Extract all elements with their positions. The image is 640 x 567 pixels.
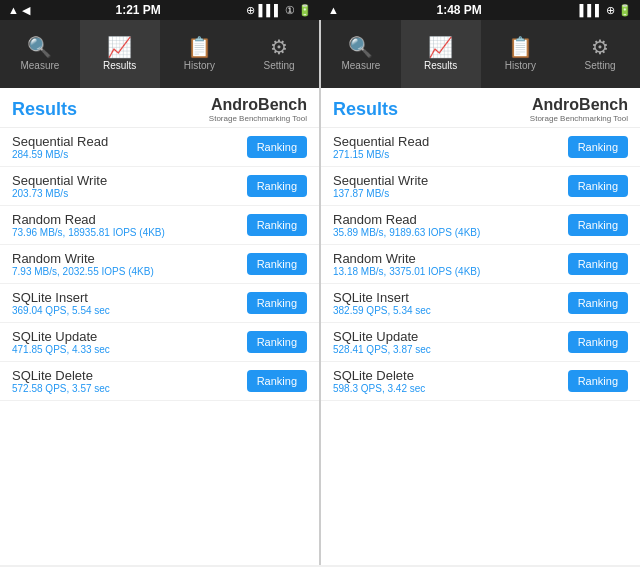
left-name-3: Random Write <box>12 251 154 266</box>
status-right-icons-right: ▌▌▌ ⊕ 🔋 <box>580 4 633 17</box>
right-brand: AndroBench Storage Benchmarking Tool <box>530 96 628 123</box>
left-value-6: 572.58 QPS, 3.57 sec <box>12 383 110 394</box>
right-tab-setting[interactable]: ⚙ Setting <box>560 20 640 88</box>
left-tab-history[interactable]: 📋 History <box>160 20 240 88</box>
right-ranking-btn-6[interactable]: Ranking <box>568 370 628 392</box>
status-right-icons-left: ⊕ ▌▌▌ ① 🔋 <box>246 4 312 17</box>
left-info-3: Random Write 7.93 MB/s, 2032.55 IOPS (4K… <box>12 251 154 277</box>
results-icon-left: 📈 <box>107 37 132 57</box>
right-value-6: 598.3 QPS, 3.42 sec <box>333 383 425 394</box>
right-value-0: 271.15 MB/s <box>333 149 429 160</box>
status-bar-left: ▲ ◀ 1:21 PM ⊕ ▌▌▌ ① 🔋 <box>0 0 320 20</box>
left-tab-results[interactable]: 📈 Results <box>80 20 160 88</box>
left-results-header: Results AndroBench Storage Benchmarking … <box>0 88 319 128</box>
results-icon-right: 📈 <box>428 37 453 57</box>
right-name-0: Sequential Read <box>333 134 429 149</box>
right-info-6: SQLite Delete 598.3 QPS, 3.42 sec <box>333 368 425 394</box>
history-label-left: History <box>184 60 215 71</box>
left-ranking-btn-3[interactable]: Ranking <box>247 253 307 275</box>
left-info-1: Sequential Write 203.73 MB/s <box>12 173 107 199</box>
right-value-2: 35.89 MB/s, 9189.63 IOPS (4KB) <box>333 227 480 238</box>
right-info-4: SQLite Insert 382.59 QPS, 5.34 sec <box>333 290 431 316</box>
left-name-4: SQLite Insert <box>12 290 110 305</box>
left-value-5: 471.85 QPS, 4.33 sec <box>12 344 110 355</box>
left-value-0: 284.59 MB/s <box>12 149 108 160</box>
dual-panels: 🔍 Measure 📈 Results 📋 History ⚙ Setting <box>0 20 640 565</box>
left-ranking-btn-2[interactable]: Ranking <box>247 214 307 236</box>
left-name-6: SQLite Delete <box>12 368 110 383</box>
right-ranking-btn-0[interactable]: Ranking <box>568 136 628 158</box>
results-label-left: Results <box>103 60 136 71</box>
right-brand-name: AndroBench <box>530 96 628 114</box>
status-bars: ▲ ◀ 1:21 PM ⊕ ▌▌▌ ① 🔋 ▲ 1:48 PM ▌▌▌ ⊕ 🔋 <box>0 0 640 20</box>
right-panel: 🔍 Measure 📈 Results 📋 History ⚙ Setting <box>321 20 640 565</box>
right-row-2: Random Read 35.89 MB/s, 9189.63 IOPS (4K… <box>321 206 640 245</box>
right-tab-history[interactable]: 📋 History <box>481 20 561 88</box>
left-content: Results AndroBench Storage Benchmarking … <box>0 88 319 565</box>
right-tab-results[interactable]: 📈 Results <box>401 20 481 88</box>
left-row-4: SQLite Insert 369.04 QPS, 5.54 sec Ranki… <box>0 284 319 323</box>
right-tab-measure[interactable]: 🔍 Measure <box>321 20 401 88</box>
left-ranking-btn-4[interactable]: Ranking <box>247 292 307 314</box>
right-row-1: Sequential Write 137.87 MB/s Ranking <box>321 167 640 206</box>
status-time-left: 1:21 PM <box>116 3 161 17</box>
right-name-5: SQLite Update <box>333 329 431 344</box>
left-row-5: SQLite Update 471.85 QPS, 4.33 sec Ranki… <box>0 323 319 362</box>
measure-icon-left: 🔍 <box>27 37 52 57</box>
right-info-2: Random Read 35.89 MB/s, 9189.63 IOPS (4K… <box>333 212 480 238</box>
left-value-2: 73.96 MB/s, 18935.81 IOPS (4KB) <box>12 227 165 238</box>
measure-icon-right: 🔍 <box>348 37 373 57</box>
right-name-4: SQLite Insert <box>333 290 431 305</box>
left-name-5: SQLite Update <box>12 329 110 344</box>
left-info-6: SQLite Delete 572.58 QPS, 3.57 sec <box>12 368 110 394</box>
right-ranking-btn-4[interactable]: Ranking <box>568 292 628 314</box>
setting-label-right: Setting <box>585 60 616 71</box>
left-ranking-btn-0[interactable]: Ranking <box>247 136 307 158</box>
left-ranking-btn-6[interactable]: Ranking <box>247 370 307 392</box>
right-info-3: Random Write 13.18 MB/s, 3375.01 IOPS (4… <box>333 251 480 277</box>
right-row-6: SQLite Delete 598.3 QPS, 3.42 sec Rankin… <box>321 362 640 401</box>
left-info-4: SQLite Insert 369.04 QPS, 5.54 sec <box>12 290 110 316</box>
left-ranking-btn-5[interactable]: Ranking <box>247 331 307 353</box>
right-row-4: SQLite Insert 382.59 QPS, 5.34 sec Ranki… <box>321 284 640 323</box>
results-label-right: Results <box>424 60 457 71</box>
right-info-5: SQLite Update 528.41 QPS, 3.87 sec <box>333 329 431 355</box>
left-brand: AndroBench Storage Benchmarking Tool <box>209 96 307 123</box>
measure-label-right: Measure <box>341 60 380 71</box>
right-tab-bar: 🔍 Measure 📈 Results 📋 History ⚙ Setting <box>321 20 640 88</box>
left-name-2: Random Read <box>12 212 165 227</box>
left-tab-setting[interactable]: ⚙ Setting <box>239 20 319 88</box>
right-info-0: Sequential Read 271.15 MB/s <box>333 134 429 160</box>
left-tab-bar: 🔍 Measure 📈 Results 📋 History ⚙ Setting <box>0 20 319 88</box>
setting-icon-right: ⚙ <box>591 37 609 57</box>
right-ranking-btn-3[interactable]: Ranking <box>568 253 628 275</box>
status-left-icons-right: ▲ <box>328 4 339 16</box>
right-ranking-btn-5[interactable]: Ranking <box>568 331 628 353</box>
right-value-1: 137.87 MB/s <box>333 188 428 199</box>
left-info-0: Sequential Read 284.59 MB/s <box>12 134 108 160</box>
right-name-1: Sequential Write <box>333 173 428 188</box>
right-name-2: Random Read <box>333 212 480 227</box>
right-ranking-btn-2[interactable]: Ranking <box>568 214 628 236</box>
right-name-3: Random Write <box>333 251 480 266</box>
measure-label-left: Measure <box>20 60 59 71</box>
right-results-header: Results AndroBench Storage Benchmarking … <box>321 88 640 128</box>
setting-icon-left: ⚙ <box>270 37 288 57</box>
left-tab-measure[interactable]: 🔍 Measure <box>0 20 80 88</box>
left-results-title: Results <box>12 99 77 120</box>
left-info-5: SQLite Update 471.85 QPS, 4.33 sec <box>12 329 110 355</box>
right-row-5: SQLite Update 528.41 QPS, 3.87 sec Ranki… <box>321 323 640 362</box>
left-brand-name: AndroBench <box>209 96 307 114</box>
left-ranking-btn-1[interactable]: Ranking <box>247 175 307 197</box>
right-row-3: Random Write 13.18 MB/s, 3375.01 IOPS (4… <box>321 245 640 284</box>
left-info-2: Random Read 73.96 MB/s, 18935.81 IOPS (4… <box>12 212 165 238</box>
right-value-3: 13.18 MB/s, 3375.01 IOPS (4KB) <box>333 266 480 277</box>
left-brand-sub: Storage Benchmarking Tool <box>209 114 307 123</box>
right-results-title: Results <box>333 99 398 120</box>
left-name-0: Sequential Read <box>12 134 108 149</box>
right-ranking-btn-1[interactable]: Ranking <box>568 175 628 197</box>
right-value-5: 528.41 QPS, 3.87 sec <box>333 344 431 355</box>
right-row-0: Sequential Read 271.15 MB/s Ranking <box>321 128 640 167</box>
status-bar-right: ▲ 1:48 PM ▌▌▌ ⊕ 🔋 <box>320 0 640 20</box>
left-value-1: 203.73 MB/s <box>12 188 107 199</box>
